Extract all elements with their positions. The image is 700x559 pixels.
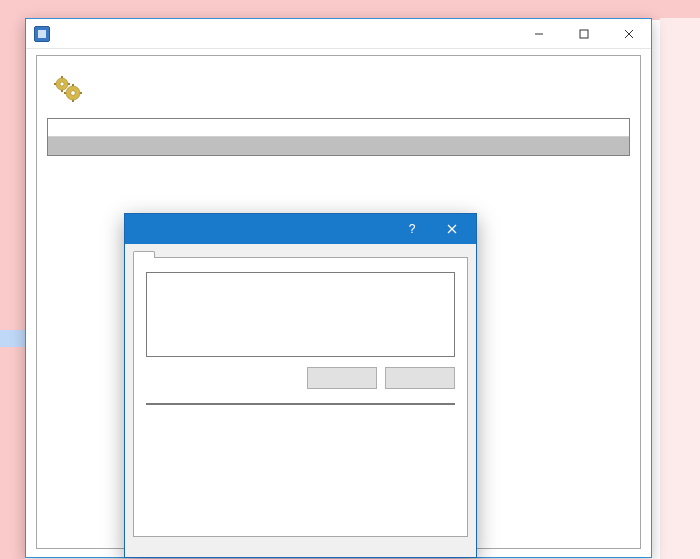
titlebar[interactable] bbox=[26, 19, 651, 49]
bg-selected-row bbox=[0, 330, 25, 347]
security-panel bbox=[133, 257, 468, 537]
svg-point-7 bbox=[71, 91, 76, 96]
svg-rect-1 bbox=[580, 30, 588, 38]
minimize-button[interactable] bbox=[516, 19, 561, 49]
table-row[interactable] bbox=[48, 137, 629, 155]
remove-button[interactable] bbox=[385, 367, 455, 389]
permissions-titlebar[interactable]: ? bbox=[125, 214, 476, 244]
table-header[interactable] bbox=[48, 119, 629, 137]
close-button[interactable] bbox=[432, 214, 472, 244]
add-button[interactable] bbox=[307, 367, 377, 389]
close-button[interactable] bbox=[606, 19, 651, 49]
bg-right-column bbox=[660, 18, 700, 559]
gears-icon bbox=[51, 72, 83, 104]
permissions-dialog: ? bbox=[124, 213, 477, 558]
svg-point-5 bbox=[60, 82, 64, 86]
app-icon bbox=[34, 26, 50, 42]
tab-security[interactable] bbox=[133, 251, 155, 258]
user-list[interactable] bbox=[146, 272, 455, 357]
bg-row bbox=[0, 0, 700, 17]
help-button[interactable]: ? bbox=[392, 214, 432, 244]
services-heading bbox=[51, 72, 630, 104]
maximize-button[interactable] bbox=[561, 19, 606, 49]
services-table[interactable] bbox=[47, 118, 630, 156]
permissions-table bbox=[146, 403, 455, 405]
bg-pink-stripe bbox=[0, 18, 25, 559]
background-process-list bbox=[0, 0, 700, 20]
